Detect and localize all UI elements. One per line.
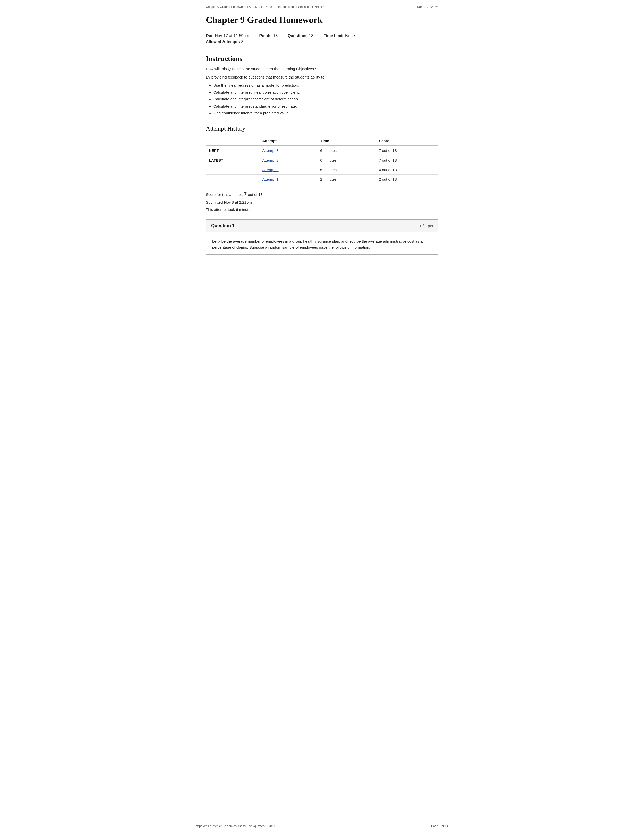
row-attempt-latest: Attempt 3	[259, 155, 317, 165]
footer-url: https://msjc.instructure.com/courses/167…	[196, 824, 275, 828]
timestamp: 11/8/19, 2:22 PM	[415, 5, 438, 9]
instructions-list: Use the linear regression as a model for…	[213, 82, 438, 116]
table-row: Attempt 2 5 minutes 4 out of 13	[206, 165, 438, 174]
due-value: Nov 17 at 11:59pm	[215, 34, 249, 38]
score-line: Score for this attempt: 7 out of 13	[206, 189, 438, 199]
time-limit-value: None	[345, 34, 355, 38]
submitted-line: Submitted Nov 8 at 2:21pm	[206, 199, 438, 206]
row-label-kept: KEPT	[206, 146, 259, 156]
instructions-intro2: By providing feedback to questions that …	[206, 74, 438, 80]
score-bold: 7	[244, 191, 247, 197]
points-value: 13	[273, 34, 277, 38]
duration-line: This attempt took 6 minutes.	[206, 206, 438, 213]
attempt-3-link-latest[interactable]: Attempt 3	[262, 158, 278, 162]
row-attempt-kept: Attempt 3	[259, 146, 317, 156]
question-1-box: Question 1 1 / 1 pts Let x be the averag…	[206, 219, 438, 255]
list-item: Calculate and interpret standard error o…	[213, 103, 438, 109]
list-item: Find confidence interval for a predicted…	[213, 110, 438, 116]
table-row: LATEST Attempt 3 6 minutes 7 out of 13	[206, 155, 438, 165]
row-time-kept: 6 minutes	[317, 146, 376, 156]
score-text: Score for this attempt:	[206, 192, 243, 197]
row-time-2: 5 minutes	[317, 165, 376, 174]
due-label: Due	[206, 34, 213, 38]
instructions-intro1: How will this Quiz help the student meet…	[206, 66, 438, 72]
col-header-label	[206, 136, 259, 146]
row-label-2	[206, 165, 259, 174]
row-score-kept: 7 out of 13	[376, 146, 438, 156]
time-limit-label: Time Limit	[324, 34, 344, 38]
allowed-attempts-item: Allowed Attempts 3	[206, 40, 243, 44]
questions-value: 13	[309, 34, 313, 38]
list-item: Calculate and interpret linear correlati…	[213, 90, 438, 95]
question-1-header: Question 1 1 / 1 pts	[206, 220, 438, 232]
attempt-1-link[interactable]: Attempt 1	[262, 177, 278, 182]
attempt-2-link[interactable]: Attempt 2	[262, 167, 278, 172]
page-footer: https://msjc.instructure.com/courses/167…	[10, 824, 634, 828]
question-1-body: Let x be the average number of employees…	[206, 232, 438, 254]
question-1-text: Let x be the average number of employees…	[212, 238, 432, 251]
list-item: Calculate and interpret coefficient of d…	[213, 96, 438, 102]
row-label-latest: LATEST	[206, 155, 259, 165]
points-label: Points	[259, 34, 272, 38]
row-time-latest: 6 minutes	[317, 155, 376, 165]
footer-inner: https://msjc.instructure.com/courses/167…	[196, 824, 448, 828]
table-row: Attempt 1 2 minutes 2 out of 13	[206, 174, 438, 184]
row-score-1: 2 out of 13	[376, 174, 438, 184]
score-suffix: out of 13	[248, 192, 262, 197]
instructions-title: Instructions	[206, 55, 438, 63]
page-title: Chapter 9 Graded Homework	[206, 14, 438, 25]
row-score-latest: 7 out of 13	[376, 155, 438, 165]
col-header-score: Score	[376, 136, 438, 146]
questions-item: Questions 13	[288, 34, 313, 38]
tab-title: Chapter 9 Graded Homework: FA19 MATH-140…	[206, 5, 325, 9]
due-item: Due Nov 17 at 11:59pm	[206, 34, 249, 38]
meta-row-1: Due Nov 17 at 11:59pm Points 13 Question…	[206, 34, 438, 38]
list-item: Use the linear regression as a model for…	[213, 82, 438, 88]
question-1-title: Question 1	[211, 223, 235, 228]
browser-header: Chapter 9 Graded Homework: FA19 MATH-140…	[206, 5, 438, 10]
col-header-attempt: Attempt	[259, 136, 317, 146]
attempt-history-table: Attempt Time Score KEPT Attempt 3 6 minu…	[206, 135, 438, 184]
allowed-attempts-label: Allowed Attempts	[206, 40, 240, 44]
questions-label: Questions	[288, 34, 308, 38]
meta-row-2: Allowed Attempts 3	[206, 40, 438, 44]
table-header-row: Attempt Time Score	[206, 136, 438, 146]
time-limit-item: Time Limit None	[324, 34, 355, 38]
attempt-history-title: Attempt History	[206, 125, 438, 132]
score-summary: Score for this attempt: 7 out of 13 Subm…	[206, 189, 438, 213]
attempt-3-link-kept[interactable]: Attempt 3	[262, 148, 278, 153]
divider-1	[206, 30, 438, 30]
row-score-2: 4 out of 13	[376, 165, 438, 174]
footer-page-indicator: Page 1 of 14	[431, 824, 448, 828]
points-item: Points 13	[259, 34, 277, 38]
table-row: KEPT Attempt 3 6 minutes 7 out of 13	[206, 146, 438, 156]
divider-2	[206, 47, 438, 47]
question-1-pts: 1 / 1 pts	[420, 224, 433, 228]
allowed-attempts-value: 3	[242, 40, 244, 44]
row-attempt-1: Attempt 1	[259, 174, 317, 184]
row-label-1	[206, 174, 259, 184]
row-attempt-2: Attempt 2	[259, 165, 317, 174]
col-header-time: Time	[317, 136, 376, 146]
row-time-1: 2 minutes	[317, 174, 376, 184]
